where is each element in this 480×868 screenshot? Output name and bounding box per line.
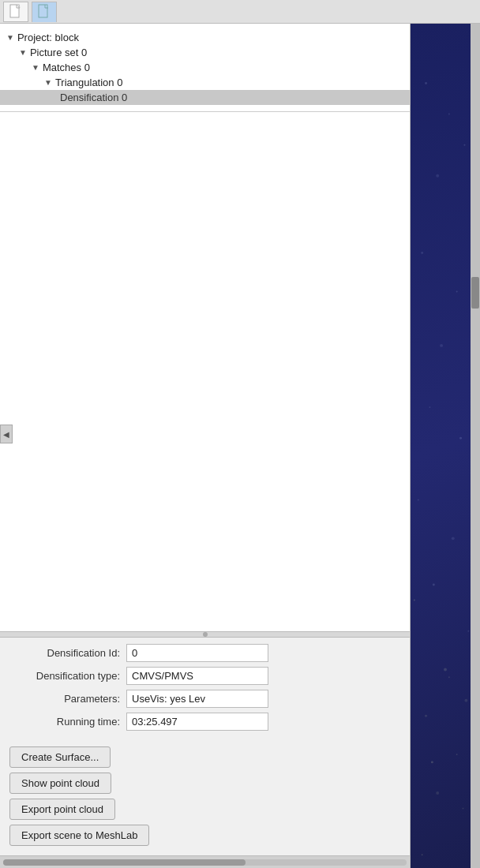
svg-point-18 <box>436 791 439 795</box>
svg-point-24 <box>464 699 467 702</box>
tree-item-project[interactable]: ▼ Project: block <box>0 30 410 45</box>
right-panel <box>411 24 480 868</box>
vertical-scrollbar[interactable] <box>471 24 480 868</box>
svg-point-4 <box>436 174 439 178</box>
svg-point-9 <box>429 406 430 408</box>
prop-row-type: Densification type: CMVS/PMVS <box>9 667 400 685</box>
tab-active[interactable] <box>32 2 57 22</box>
vsb-thumb <box>471 277 479 309</box>
prop-value-type: CMVS/PMVS <box>126 667 268 685</box>
prop-value-running-time: 03:25.497 <box>126 713 268 731</box>
svg-point-25 <box>431 761 433 763</box>
prop-label-running-time: Running time: <box>9 716 120 728</box>
tree-arrow-project: ▼ <box>6 33 14 42</box>
svg-point-13 <box>433 584 435 586</box>
tree-arrow-matches: ▼ <box>32 63 39 72</box>
horizontal-scrollbar[interactable]: ◀ <box>0 855 410 868</box>
left-panel: ▼ Project: block ▼ Picture set 0 ▼ Match… <box>0 24 411 868</box>
buttons-section: Create Surface... Show point cloud Expor… <box>0 742 410 855</box>
export-meshlab-button[interactable]: Export scene to MeshLab <box>9 825 149 846</box>
prop-row-id: Densification Id: 0 <box>9 644 400 662</box>
export-point-cloud-button[interactable]: Export point cloud <box>9 799 115 820</box>
svg-point-14 <box>467 630 469 632</box>
tree-label-matches: Matches 0 <box>43 62 90 73</box>
tree-item-densification[interactable]: Densification 0 <box>0 90 410 105</box>
vsb-track <box>471 24 480 868</box>
svg-point-26 <box>463 808 464 810</box>
svg-point-2 <box>425 82 427 84</box>
tree-item-matches[interactable]: ▼ Matches 0 <box>0 60 410 75</box>
tree-arrow-triangulation: ▼ <box>44 78 52 87</box>
svg-point-16 <box>425 715 427 717</box>
svg-point-20 <box>422 854 423 855</box>
tree-arrow-picture-set: ▼ <box>19 48 27 57</box>
prop-value-parameters: UseVis: yes Lev <box>126 690 268 708</box>
tree-label-densification: Densification 0 <box>60 92 127 103</box>
tree-label-triangulation: Triangulation 0 <box>55 77 123 88</box>
tree-section: ▼ Project: block ▼ Picture set 0 ▼ Match… <box>0 24 410 112</box>
prop-label-parameters: Parameters: <box>9 693 120 705</box>
svg-rect-1 <box>39 5 47 17</box>
prop-row-running-time: Running time: 03:25.497 <box>9 713 400 731</box>
prop-row-parameters: Parameters: UseVis: yes Lev <box>9 690 400 708</box>
tab-document[interactable] <box>3 2 28 22</box>
svg-point-10 <box>459 437 462 440</box>
svg-point-7 <box>456 290 458 292</box>
prop-value-id: 0 <box>126 644 268 662</box>
svg-point-11 <box>418 499 419 500</box>
tree-label-project: Project: block <box>17 32 79 43</box>
scrollbar-track[interactable] <box>3 859 407 866</box>
svg-point-6 <box>421 252 423 254</box>
create-surface-button[interactable]: Create Surface... <box>9 746 111 768</box>
top-bar <box>0 0 480 24</box>
svg-point-3 <box>448 114 450 115</box>
svg-point-5 <box>463 144 465 146</box>
svg-point-12 <box>452 537 455 540</box>
empty-content-area <box>0 112 410 631</box>
svg-point-23 <box>448 676 450 678</box>
svg-point-17 <box>456 754 458 755</box>
tree-item-picture-set[interactable]: ▼ Picture set 0 <box>0 45 410 60</box>
tree-item-triangulation[interactable]: ▼ Triangulation 0 <box>0 75 410 90</box>
resize-handle[interactable] <box>0 631 410 638</box>
svg-point-15 <box>444 668 447 672</box>
properties-section: Densification Id: 0 Densification type: … <box>0 638 410 742</box>
scrollbar-thumb <box>3 859 246 866</box>
main-area: ▼ Project: block ▼ Picture set 0 ▼ Match… <box>0 24 480 868</box>
svg-point-8 <box>440 344 443 347</box>
resize-dot <box>203 632 208 637</box>
scroll-left-arrow[interactable]: ◀ <box>0 425 13 443</box>
star-field-decoration <box>411 24 480 868</box>
prop-label-type: Densification type: <box>9 670 120 682</box>
show-point-cloud-button[interactable]: Show point cloud <box>9 773 111 794</box>
prop-label-id: Densification Id: <box>9 647 120 659</box>
svg-rect-0 <box>10 5 19 17</box>
svg-point-21 <box>414 600 415 601</box>
tree-label-picture-set: Picture set 0 <box>30 47 87 58</box>
